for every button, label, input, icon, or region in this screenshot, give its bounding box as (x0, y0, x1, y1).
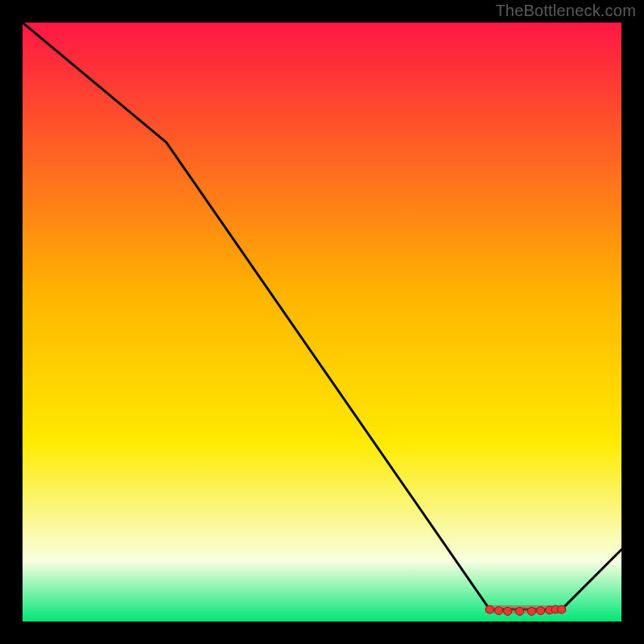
chart-plot-area (23, 23, 621, 621)
chart-svg (23, 23, 621, 621)
marker-dot (516, 607, 524, 615)
marker-dot (537, 607, 545, 615)
gradient-background (23, 23, 621, 621)
marker-dot (495, 607, 503, 615)
marker-dot (504, 607, 512, 615)
watermark-text: TheBottleneck.com (495, 2, 636, 20)
marker-dot (485, 605, 493, 613)
marker-dot (527, 607, 535, 615)
marker-dot (558, 605, 566, 613)
chart-frame: TheBottleneck.com (0, 0, 644, 644)
